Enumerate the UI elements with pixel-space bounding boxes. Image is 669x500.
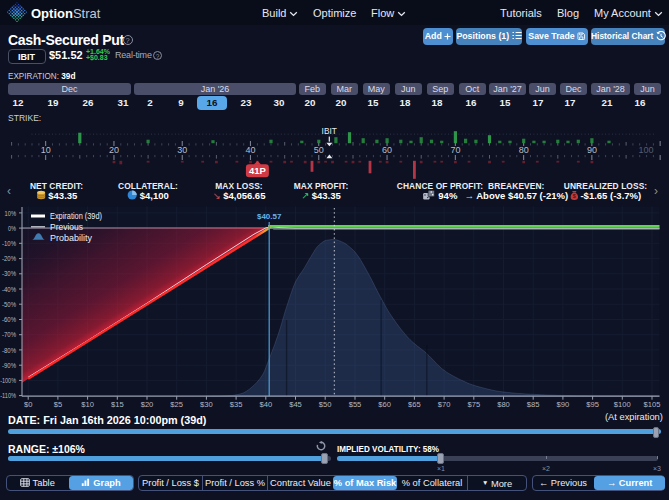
svg-text:$50: $50 <box>319 400 332 409</box>
svg-text:41P: 41P <box>249 165 267 176</box>
svg-text:$65: $65 <box>408 400 421 409</box>
svg-text:$15: $15 <box>111 400 124 409</box>
svg-text:$60: $60 <box>378 400 391 409</box>
svg-text:60: 60 <box>382 145 392 155</box>
svg-text:-80%: -80% <box>2 346 17 355</box>
svg-text:40: 40 <box>245 145 255 155</box>
svg-text:IBIT: IBIT <box>322 126 337 136</box>
svg-text:$45: $45 <box>289 400 302 409</box>
svg-text:10%: 10% <box>5 209 17 218</box>
svg-text:30: 30 <box>177 145 187 155</box>
svg-text:-20%: -20% <box>2 254 17 263</box>
svg-text:$100: $100 <box>614 400 631 409</box>
svg-text:$70: $70 <box>438 400 451 409</box>
svg-text:100: 100 <box>638 145 653 155</box>
svg-text:-100%: -100% <box>0 376 16 385</box>
svg-text:-70%: -70% <box>2 330 17 339</box>
svg-text:$10: $10 <box>81 400 94 409</box>
svg-text:$40: $40 <box>259 400 272 409</box>
svg-text:$0: $0 <box>24 400 32 409</box>
svg-text:10: 10 <box>41 145 51 155</box>
svg-text:$5: $5 <box>54 400 62 409</box>
svg-text:$40.57: $40.57 <box>257 212 282 221</box>
svg-text:$30: $30 <box>200 400 213 409</box>
svg-text:$85: $85 <box>527 400 540 409</box>
svg-text:$95: $95 <box>586 400 599 409</box>
svg-text:-60%: -60% <box>2 315 17 324</box>
svg-text:$90: $90 <box>557 400 570 409</box>
svg-text:Expiration (39d): Expiration (39d) <box>50 212 102 221</box>
svg-text:Previous: Previous <box>50 223 83 232</box>
svg-text:-50%: -50% <box>2 300 17 309</box>
svg-text:$35: $35 <box>230 400 243 409</box>
svg-text:80: 80 <box>519 145 529 155</box>
svg-text:$55: $55 <box>349 400 362 409</box>
svg-text:Probability: Probability <box>50 234 93 243</box>
svg-text:20: 20 <box>109 145 119 155</box>
svg-text:-10%: -10% <box>2 239 17 248</box>
svg-text:90: 90 <box>587 145 597 155</box>
svg-text:-30%: -30% <box>2 269 17 278</box>
svg-text:70: 70 <box>450 145 460 155</box>
svg-text:0%: 0% <box>8 224 16 233</box>
svg-text:-90%: -90% <box>2 361 17 370</box>
svg-text:$25: $25 <box>170 400 183 409</box>
svg-text:-110%: -110% <box>0 391 16 400</box>
svg-text:50: 50 <box>314 145 324 155</box>
svg-text:$80: $80 <box>497 400 510 409</box>
svg-text:$75: $75 <box>467 400 480 409</box>
svg-text:-40%: -40% <box>2 285 17 294</box>
svg-text:$105: $105 <box>644 400 661 409</box>
svg-text:$20: $20 <box>141 400 154 409</box>
